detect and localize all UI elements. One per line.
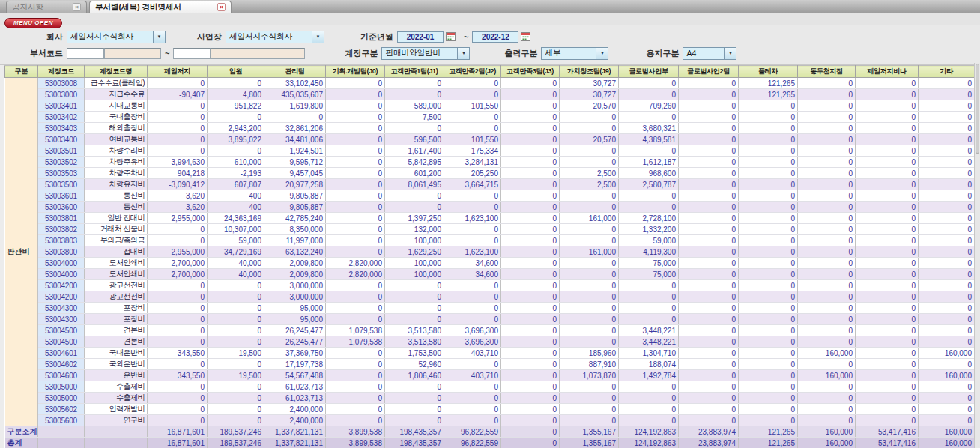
cell-value[interactable]: 0 bbox=[501, 325, 560, 336]
cell-account-name[interactable]: 부의금/축의금 bbox=[85, 235, 148, 246]
cell-value[interactable]: 0 bbox=[679, 213, 739, 224]
cell-value[interactable]: 0 bbox=[619, 303, 679, 314]
cell-value[interactable]: 2,500 bbox=[560, 168, 619, 179]
cell-account-code[interactable]: 53004200 bbox=[38, 280, 85, 291]
cell-value[interactable]: 0 bbox=[385, 381, 444, 393]
subtotal-label[interactable]: 구분소계 bbox=[5, 426, 38, 438]
cell-value[interactable]: 0 bbox=[798, 235, 856, 246]
cell-value[interactable]: 0 bbox=[208, 78, 264, 89]
cell-account-code[interactable]: 53004601 bbox=[38, 348, 85, 359]
cell-value[interactable]: 53,417,416 bbox=[856, 426, 919, 438]
cell-account-name[interactable]: 차량주유비 bbox=[85, 157, 148, 168]
cell-value[interactable]: 0 bbox=[501, 291, 560, 303]
cell-value[interactable]: 0 bbox=[385, 78, 444, 89]
cell-value[interactable]: 0 bbox=[919, 179, 975, 190]
cell-value[interactable]: 0 bbox=[148, 291, 208, 303]
cell-value[interactable]: 0 bbox=[501, 336, 560, 348]
cell-value[interactable]: 0 bbox=[919, 112, 975, 123]
cell-value[interactable]: 0 bbox=[919, 314, 975, 325]
cell-value[interactable]: 10,307,000 bbox=[208, 224, 264, 235]
cell-value[interactable]: 0 bbox=[560, 224, 619, 235]
cell-value[interactable]: 0 bbox=[679, 314, 739, 325]
cell-value[interactable]: 0 bbox=[919, 145, 975, 157]
tab-expense-report[interactable]: 부서별(세목) 경비명세서 × bbox=[89, 1, 232, 13]
cell-value[interactable]: 0 bbox=[798, 393, 856, 404]
cell-value[interactable]: 0 bbox=[619, 280, 679, 291]
cell-value[interactable]: 160,000 bbox=[798, 438, 856, 448]
cell-value[interactable]: 3,620 bbox=[148, 202, 208, 213]
cell-value[interactable]: 0 bbox=[679, 190, 739, 202]
cell-value[interactable]: 0 bbox=[856, 325, 919, 336]
cell-account-name[interactable]: 차량유지비 bbox=[85, 179, 148, 190]
table-row[interactable]: 53003401시내교통비0951,8221,619,8000589,00010… bbox=[5, 100, 975, 112]
cell-value[interactable]: 0 bbox=[919, 190, 975, 202]
cell-value[interactable]: 34,729,169 bbox=[208, 246, 264, 258]
cell-value[interactable]: 9,595,712 bbox=[264, 157, 326, 168]
cell-value[interactable]: 0 bbox=[856, 381, 919, 393]
dept-code-from-input[interactable] bbox=[67, 48, 104, 59]
cell-account-code[interactable]: 53003403 bbox=[38, 123, 85, 134]
cell-value[interactable]: 0 bbox=[798, 78, 856, 89]
table-row[interactable]: 53003503차량주차비904,218-2,1939,457,0450601,… bbox=[5, 168, 975, 179]
cell-value[interactable]: 16,871,601 bbox=[148, 438, 208, 448]
cell-value[interactable]: 607,807 bbox=[208, 179, 264, 190]
cell-value[interactable]: 0 bbox=[679, 89, 739, 100]
cell-account-code[interactable]: 53003500 bbox=[38, 179, 85, 190]
cell-value[interactable]: 0 bbox=[679, 100, 739, 112]
cell-value[interactable]: 0 bbox=[148, 404, 208, 415]
cell-value[interactable]: 0 bbox=[856, 100, 919, 112]
table-row[interactable]: 53005000수출제비0061,023,71300000000000 bbox=[5, 381, 975, 393]
cell-value[interactable]: 0 bbox=[444, 280, 501, 291]
cell-value[interactable]: 1,355,167 bbox=[560, 438, 619, 448]
cell-value[interactable]: 20,570 bbox=[560, 100, 619, 112]
cell-value[interactable]: 0 bbox=[739, 325, 798, 336]
cell-value[interactable]: 3,895,022 bbox=[208, 134, 264, 145]
column-header-10[interactable]: 가치창조팀(J9) bbox=[560, 66, 619, 78]
cell-value[interactable]: 0 bbox=[919, 269, 975, 280]
cell-value[interactable]: 0 bbox=[444, 359, 501, 370]
cell-value[interactable]: 0 bbox=[798, 359, 856, 370]
cell-value[interactable]: 0 bbox=[679, 246, 739, 258]
cell-value[interactable]: 0 bbox=[739, 112, 798, 123]
cell-value[interactable]: 0 bbox=[919, 393, 975, 404]
cell-value[interactable]: 0 bbox=[560, 157, 619, 168]
cell-empty[interactable] bbox=[85, 438, 148, 448]
cell-account-code[interactable]: 53005600 bbox=[38, 415, 85, 426]
cell-value[interactable]: 0 bbox=[501, 415, 560, 426]
cell-value[interactable]: 904,218 bbox=[148, 168, 208, 179]
cell-value[interactable]: 0 bbox=[798, 404, 856, 415]
cell-value[interactable]: 589,000 bbox=[385, 100, 444, 112]
cell-value[interactable]: 0 bbox=[444, 190, 501, 202]
cell-value[interactable]: 0 bbox=[856, 134, 919, 145]
cell-value[interactable]: 0 bbox=[501, 202, 560, 213]
cell-value[interactable]: 59,000 bbox=[619, 235, 679, 246]
cell-value[interactable]: 0 bbox=[501, 258, 560, 269]
cell-value[interactable]: 3,696,300 bbox=[444, 325, 501, 336]
cell-value[interactable]: 0 bbox=[148, 123, 208, 134]
cell-value[interactable]: 0 bbox=[385, 303, 444, 314]
cell-value[interactable]: 2,580,787 bbox=[619, 179, 679, 190]
cell-account-code[interactable]: 53004600 bbox=[38, 370, 85, 381]
cell-value[interactable]: 0 bbox=[919, 325, 975, 336]
cell-value[interactable]: 0 bbox=[798, 157, 856, 168]
table-row[interactable]: 판관비53003008급수수료(클레임)0033,102,450000030,7… bbox=[5, 78, 975, 89]
cell-value[interactable]: 0 bbox=[856, 348, 919, 359]
cell-value[interactable]: 0 bbox=[739, 303, 798, 314]
cell-value[interactable]: 0 bbox=[798, 100, 856, 112]
cell-value[interactable]: 968,600 bbox=[619, 168, 679, 179]
cell-value[interactable]: 0 bbox=[208, 291, 264, 303]
table-row[interactable]: 53004500견본비0026,245,4771,079,5383,513,58… bbox=[5, 325, 975, 336]
cell-value[interactable]: 0 bbox=[679, 280, 739, 291]
cell-value[interactable]: 2,943,200 bbox=[208, 123, 264, 134]
cell-value[interactable]: 0 bbox=[560, 381, 619, 393]
cell-value[interactable]: 0 bbox=[798, 258, 856, 269]
cell-value[interactable]: 0 bbox=[919, 291, 975, 303]
cell-value[interactable]: -90,407 bbox=[148, 89, 208, 100]
cell-value[interactable]: 0 bbox=[856, 359, 919, 370]
cell-value[interactable]: 0 bbox=[739, 291, 798, 303]
cell-account-name[interactable]: 시내교통비 bbox=[85, 100, 148, 112]
cell-value[interactable]: 160,000 bbox=[919, 426, 975, 438]
cell-value[interactable]: 0 bbox=[679, 224, 739, 235]
cell-value[interactable]: 23,883,974 bbox=[679, 438, 739, 448]
cell-account-name[interactable]: 차량주차비 bbox=[85, 168, 148, 179]
